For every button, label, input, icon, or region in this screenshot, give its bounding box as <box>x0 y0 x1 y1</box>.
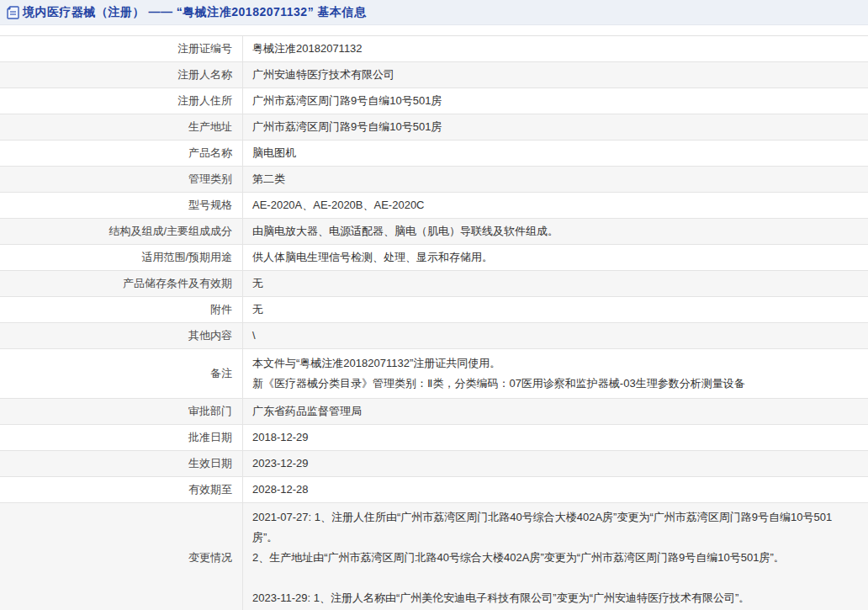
page-header: 境内医疗器械（注册） —— “粤械注准20182071132” 基本信息 <box>0 0 868 25</box>
document-icon <box>7 6 19 19</box>
table-row-approval-date: 批准日期 2018-12-29 <box>0 425 868 451</box>
field-label: 生效日期 <box>0 451 242 476</box>
table-row-registration-number: 注册证编号 粤械注准20182071132 <box>0 36 868 62</box>
field-value: AE-2020A、AE-2020B、AE-2020C <box>242 193 868 218</box>
field-value: 粤械注准20182071132 <box>242 36 868 61</box>
table-row-expiry-date: 有效期至 2028-12-28 <box>0 477 868 503</box>
table-row-approval-department: 审批部门 广东省药品监督管理局 <box>0 399 868 425</box>
field-label: 注册证编号 <box>0 36 242 61</box>
field-value: 供人体脑电生理信号检测、处理、显示和存储用。 <box>242 245 868 270</box>
field-value: 广州市荔湾区周门路9号自编10号501房 <box>242 88 868 114</box>
field-value: 广州安迪特医疗技术有限公司 <box>242 62 868 88</box>
field-value: 2018-12-29 <box>242 425 868 450</box>
field-label: 注册人名称 <box>0 62 242 88</box>
field-value: 本文件与“粤械注准20182071132”注册证共同使用。 新《医疗器械分类目录… <box>242 349 868 398</box>
field-value: 广东省药品监督管理局 <box>242 399 868 424</box>
field-value: 脑电图机 <box>242 141 868 166</box>
field-value: 广州市荔湾区周门路9号自编10号501房 <box>242 114 868 140</box>
change-line-blank <box>252 568 856 588</box>
table-row-registrant-name: 注册人名称 广州安迪特医疗技术有限公司 <box>0 62 868 88</box>
field-value: 由脑电放大器、电源适配器、脑电（肌电）导联线及软件组成。 <box>242 219 868 244</box>
table-row-product-name: 产品名称 脑电图机 <box>0 141 868 167</box>
field-label: 审批部门 <box>0 399 242 424</box>
field-value: \ <box>242 323 868 348</box>
field-value: 无 <box>242 271 868 296</box>
table-row-change-history: 变更情况 2021-07-27: 1、注册人住所由“广州市荔湾区周门北路40号综… <box>0 503 868 610</box>
table-row-registrant-address: 注册人住所 广州市荔湾区周门路9号自编10号501房 <box>0 88 868 114</box>
remark-line: 本文件与“粤械注准20182071132”注册证共同使用。 <box>252 353 856 374</box>
field-label: 备注 <box>0 349 242 398</box>
field-label: 附件 <box>0 297 242 322</box>
table-row-composition: 结构及组成/主要组成成分 由脑电放大器、电源适配器、脑电（肌电）导联线及软件组成… <box>0 219 868 245</box>
field-label: 生产地址 <box>0 114 242 140</box>
page-title: 境内医疗器械（注册） —— “粤械注准20182071132” 基本信息 <box>23 5 367 20</box>
table-row-other-content: 其他内容 \ <box>0 323 868 349</box>
table-row-effective-date: 生效日期 2023-12-29 <box>0 451 868 477</box>
field-value: 2021-07-27: 1、注册人住所由“广州市荔湾区周门北路40号综合大楼40… <box>242 503 868 610</box>
table-row-management-category: 管理类别 第二类 <box>0 167 868 193</box>
field-label: 注册人住所 <box>0 88 242 114</box>
field-value: 无 <box>242 297 868 322</box>
change-line: 2023-11-29: 1、注册人名称由“广州美伦安迪电子科技有限公司”变更为“… <box>252 588 856 608</box>
table-row-model-spec: 型号规格 AE-2020A、AE-2020B、AE-2020C <box>0 193 868 219</box>
change-line: 2、生产地址由“广州市荔湾区周门北路40号综合大楼402A房”变更为“广州市荔湾… <box>252 548 856 568</box>
table-row-production-address: 生产地址 广州市荔湾区周门路9号自编10号501房 <box>0 114 868 141</box>
field-label: 产品名称 <box>0 141 242 166</box>
field-label: 产品储存条件及有效期 <box>0 271 242 296</box>
field-value: 2023-12-29 <box>242 451 868 476</box>
device-info-table: 注册证编号 粤械注准20182071132 注册人名称 广州安迪特医疗技术有限公… <box>0 35 868 610</box>
remark-line: 新《医疗器械分类目录》管理类别：Ⅱ类，分类编码：07医用诊察和监护器械-03生理… <box>252 374 856 394</box>
field-label: 结构及组成/主要组成成分 <box>0 219 242 244</box>
table-row-remarks: 备注 本文件与“粤械注准20182071132”注册证共同使用。 新《医疗器械分… <box>0 349 868 399</box>
field-label: 有效期至 <box>0 477 242 502</box>
field-label: 适用范围/预期用途 <box>0 245 242 270</box>
field-label: 型号规格 <box>0 193 242 218</box>
field-label: 管理类别 <box>0 167 242 192</box>
field-label: 批准日期 <box>0 425 242 450</box>
field-value: 2028-12-28 <box>242 477 868 502</box>
field-label: 其他内容 <box>0 323 242 348</box>
change-line: 2021-07-27: 1、注册人住所由“广州市荔湾区周门北路40号综合大楼40… <box>252 507 856 548</box>
field-value: 第二类 <box>242 167 868 192</box>
table-row-storage-condition: 产品储存条件及有效期 无 <box>0 271 868 297</box>
table-row-intended-use: 适用范围/预期用途 供人体脑电生理信号检测、处理、显示和存储用。 <box>0 245 868 271</box>
table-row-attachment: 附件 无 <box>0 297 868 323</box>
field-label: 变更情况 <box>0 503 242 610</box>
